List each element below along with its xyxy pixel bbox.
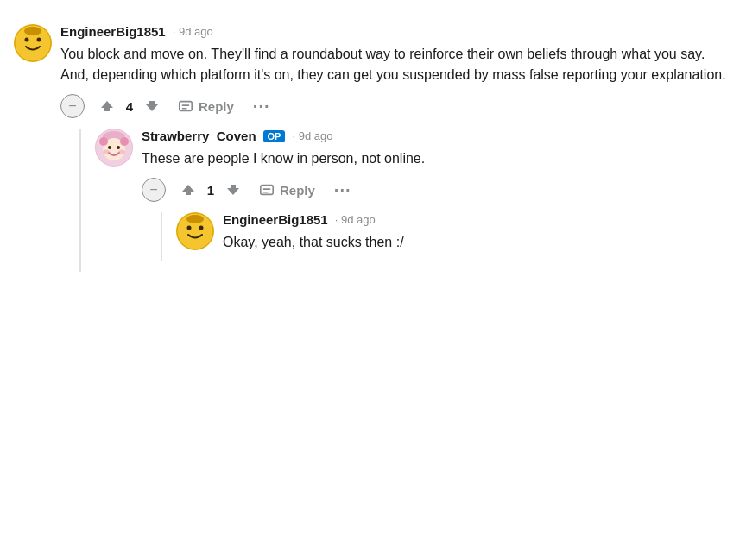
reply-icon xyxy=(178,98,193,114)
vote-count: 4 xyxy=(123,99,136,114)
reply-actions: − 1 xyxy=(142,178,732,202)
avatar xyxy=(14,24,52,62)
reply-time: · 9d ago xyxy=(292,129,332,142)
svg-point-19 xyxy=(199,226,204,230)
downvote-button[interactable] xyxy=(142,96,162,116)
svg-point-2 xyxy=(25,38,29,42)
reply-item: Strawberry_Coven OP · 9d ago These are p… xyxy=(95,129,732,272)
vote-group: 4 xyxy=(97,96,162,116)
reply-icon xyxy=(259,182,275,198)
comment-body: EngineerBig1851 · 9d ago You block and m… xyxy=(60,24,732,282)
svg-point-13 xyxy=(99,137,108,146)
reply-username: Strawberry_Coven xyxy=(142,129,256,143)
avatar xyxy=(176,212,214,250)
svg-point-9 xyxy=(108,146,111,149)
svg-rect-15 xyxy=(261,186,273,195)
svg-point-20 xyxy=(186,215,204,223)
svg-point-18 xyxy=(187,226,192,230)
avatar xyxy=(95,129,133,167)
nested-thread-2: EngineerBig1851 · 9d ago Okay, yeah, tha… xyxy=(161,212,732,261)
collapse-button[interactable]: − xyxy=(60,94,85,118)
svg-point-14 xyxy=(120,137,129,146)
comment-text: You block and move on. They'll find a ro… xyxy=(60,44,732,85)
comment-header: EngineerBig1851 · 9d ago xyxy=(60,24,732,39)
vote-group: 1 xyxy=(178,179,243,200)
downvote-button[interactable] xyxy=(223,179,243,200)
svg-point-4 xyxy=(24,27,41,35)
reply-button[interactable]: Reply xyxy=(174,97,237,116)
svg-point-11 xyxy=(103,150,110,154)
comment-username: EngineerBig1851 xyxy=(60,24,166,39)
collapse-button[interactable]: − xyxy=(142,178,166,202)
op-badge: OP xyxy=(263,130,286,142)
reply-header: Strawberry_Coven OP · 9d ago xyxy=(142,129,732,143)
reply-2-header: EngineerBig1851 · 9d ago xyxy=(223,212,732,227)
reply-button[interactable]: Reply xyxy=(256,180,319,199)
comment-thread: EngineerBig1851 · 9d ago You block and m… xyxy=(14,14,732,299)
svg-rect-5 xyxy=(180,102,192,111)
reply-2-username: EngineerBig1851 xyxy=(223,212,328,227)
more-button[interactable]: ··· xyxy=(331,179,355,202)
reply-text: These are people I know in person, not o… xyxy=(142,148,732,169)
upvote-button[interactable] xyxy=(97,96,117,116)
vote-count: 1 xyxy=(204,183,218,198)
reply-2-body: EngineerBig1851 · 9d ago Okay, yeah, tha… xyxy=(223,212,732,261)
upvote-button[interactable] xyxy=(178,179,199,200)
upvote-icon xyxy=(180,181,197,198)
reply-item-2: EngineerBig1851 · 9d ago Okay, yeah, tha… xyxy=(176,212,732,261)
comment-time: · 9d ago xyxy=(173,25,213,38)
more-button[interactable]: ··· xyxy=(250,95,274,118)
reply-2-time: · 9d ago xyxy=(335,213,376,226)
downvote-icon xyxy=(143,98,161,115)
upvote-icon xyxy=(98,98,116,115)
reply-2-text: Okay, yeah, that sucks then :/ xyxy=(223,232,732,253)
comment-item: EngineerBig1851 · 9d ago You block and m… xyxy=(14,24,732,282)
nested-thread: Strawberry_Coven OP · 9d ago These are p… xyxy=(79,129,732,272)
downvote-icon xyxy=(224,181,242,198)
svg-point-12 xyxy=(118,150,125,154)
reply-body: Strawberry_Coven OP · 9d ago These are p… xyxy=(142,129,732,272)
svg-point-3 xyxy=(37,38,41,42)
comment-actions: − 4 xyxy=(60,94,732,118)
svg-point-10 xyxy=(117,146,120,149)
